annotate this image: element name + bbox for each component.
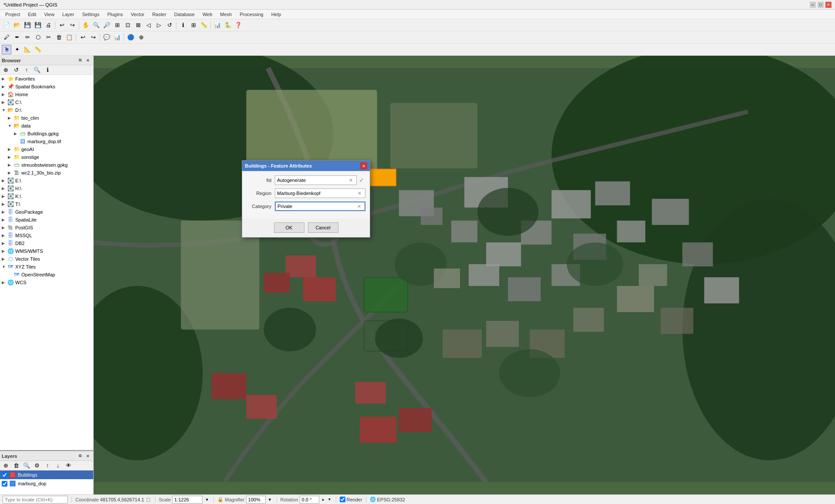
- browser-item-e[interactable]: ▶ 💽 E:\: [0, 177, 93, 185]
- browser-search-btn[interactable]: 🔍: [32, 65, 42, 75]
- help-button[interactable]: ❓: [233, 20, 243, 30]
- field-clear-category[interactable]: ✕: [355, 202, 363, 210]
- browser-item-wcs[interactable]: ▶ 🌐 WCS: [0, 279, 93, 286]
- open-project-button[interactable]: 📂: [12, 20, 22, 30]
- browser-item-favorites[interactable]: ▶ ⭐ Favorites: [0, 75, 93, 83]
- layers-float-button[interactable]: ⧉: [77, 453, 84, 460]
- layers-add-btn[interactable]: ⊕: [1, 461, 10, 470]
- browser-item-xyz-tiles[interactable]: ▼ 🗺 XYZ Tiles: [0, 263, 93, 271]
- browser-item-bio-clim[interactable]: ▶ 📁 bio_clim: [0, 114, 93, 122]
- redo-button[interactable]: ↪: [68, 20, 77, 30]
- print-button[interactable]: 🖨: [44, 20, 53, 30]
- browser-up-btn[interactable]: ↑: [22, 65, 31, 75]
- digitize-btn-5[interactable]: ✂: [44, 33, 53, 42]
- menu-mesh[interactable]: Mesh: [216, 11, 235, 18]
- crs-display[interactable]: 🌐 EPSG:25832: [370, 497, 405, 502]
- zoom-full-button[interactable]: ⊞: [112, 20, 122, 30]
- browser-item-vector-tiles[interactable]: ▶ ⬡ Vector Tiles: [0, 255, 93, 263]
- menu-settings[interactable]: Settings: [78, 11, 103, 18]
- snap2-btn[interactable]: ⊕: [136, 33, 146, 42]
- minimize-button[interactable]: ─: [810, 2, 816, 8]
- stats-btn[interactable]: 📊: [112, 33, 122, 42]
- identify-button[interactable]: ℹ: [178, 20, 188, 30]
- layers-close-button[interactable]: ✕: [85, 453, 91, 460]
- browser-item-home[interactable]: ▶ 🏠 Home: [0, 91, 93, 98]
- menu-web[interactable]: Web: [199, 11, 216, 18]
- field-input-fid[interactable]: Autogenerate ✕: [275, 175, 357, 185]
- browser-item-spatial-bookmarks[interactable]: ▶ 📌 Spatial Bookmarks: [0, 83, 93, 91]
- browser-info-btn[interactable]: ℹ: [43, 65, 52, 75]
- menu-processing[interactable]: Processing: [236, 11, 267, 18]
- map-area[interactable]: Buildings - Feature Attributes ✕ fid Aut…: [94, 56, 835, 494]
- menu-layer[interactable]: Layer: [59, 11, 78, 18]
- render-checkbox[interactable]: [340, 497, 345, 502]
- layer-button[interactable]: 📊: [213, 20, 222, 30]
- digitize-btn-9[interactable]: ↪: [88, 33, 98, 42]
- pan-button[interactable]: ✋: [81, 20, 91, 30]
- browser-item-sonstige[interactable]: ▶ 📁 sonstige: [0, 153, 93, 161]
- digitize-btn-8[interactable]: ↩: [78, 33, 88, 42]
- menu-vector[interactable]: Vector: [127, 11, 148, 18]
- dialog-cancel-button[interactable]: Cancel: [308, 222, 338, 233]
- select3-btn[interactable]: 📐: [23, 45, 32, 54]
- zoom-next-button[interactable]: ▷: [154, 20, 164, 30]
- rotation-up-button[interactable]: ▲: [321, 497, 326, 502]
- select2-btn[interactable]: ✦: [12, 45, 22, 54]
- zoom-prev-button[interactable]: ◁: [144, 20, 153, 30]
- menu-plugins[interactable]: Plugins: [104, 11, 126, 18]
- measure-button[interactable]: 📏: [199, 20, 209, 30]
- undo-button[interactable]: ↩: [57, 20, 67, 30]
- digitize-btn-1[interactable]: 🖊: [2, 33, 11, 42]
- digitize-btn-7[interactable]: 📋: [64, 33, 74, 42]
- browser-item-mssql[interactable]: ▶ 🗄 MSSQL: [0, 232, 93, 239]
- dialog-close-button[interactable]: ✕: [360, 162, 367, 169]
- browser-item-db2[interactable]: ▶ 🗄 DB2: [0, 239, 93, 247]
- browser-item-k[interactable]: ▶ 💽 K:\: [0, 192, 93, 200]
- maximize-button[interactable]: □: [818, 2, 824, 8]
- menu-database[interactable]: Database: [171, 11, 198, 18]
- browser-item-postgis[interactable]: ▶ 🐘 PostGIS: [0, 224, 93, 232]
- layers-down-btn[interactable]: ↓: [53, 461, 63, 470]
- browser-item-d[interactable]: ▼ 📂 D:\: [0, 106, 93, 114]
- layers-remove-btn[interactable]: 🗑: [11, 461, 21, 470]
- zoom-layer-button[interactable]: ⊡: [123, 20, 132, 30]
- browser-item-wc2[interactable]: ▶ 🗜 wc2.1_30s_bio.zip: [0, 169, 93, 177]
- select4-btn[interactable]: 📏: [33, 45, 43, 54]
- digitize-btn-4[interactable]: ⬡: [33, 33, 43, 42]
- refresh-button[interactable]: ↺: [165, 20, 174, 30]
- browser-close-button[interactable]: ✕: [85, 57, 91, 64]
- scale-input[interactable]: [172, 496, 203, 504]
- zoom-out-button[interactable]: 🔎: [102, 20, 112, 30]
- field-clear-fid[interactable]: ✕: [347, 176, 355, 184]
- layer-item-marburg-dop[interactable]: marburg_dop: [0, 479, 93, 488]
- digitize-btn-2[interactable]: ✒: [12, 33, 22, 42]
- coordinate-copy-button[interactable]: 📋: [145, 497, 152, 503]
- browser-item-marburg-dop[interactable]: ▶ 🖼 marburg_dop.tif: [0, 138, 93, 145]
- layers-visibility-btn[interactable]: 👁: [64, 461, 73, 470]
- select-tool-btn[interactable]: 🖱: [2, 45, 11, 54]
- dialog-ok-button[interactable]: OK: [274, 222, 304, 233]
- magnifier-input[interactable]: [246, 496, 266, 504]
- select-button[interactable]: ⊞: [189, 20, 198, 30]
- browser-item-geopackage[interactable]: ▶ 🗄 GeoPackage: [0, 208, 93, 216]
- browser-item-osm[interactable]: ▶ 🗺 OpenStreetMap: [0, 271, 93, 279]
- menu-help[interactable]: Help: [268, 11, 285, 18]
- browser-item-c[interactable]: ▶ 💽 C:\: [0, 98, 93, 106]
- digitize-btn-3[interactable]: ✏: [23, 33, 32, 42]
- field-input-region[interactable]: Marburg-Biedenkopf ✕: [275, 188, 365, 198]
- close-button[interactable]: ✕: [825, 2, 832, 8]
- menu-edit[interactable]: Edit: [24, 11, 40, 18]
- layers-up-btn[interactable]: ↑: [43, 461, 52, 470]
- magnifier-dropdown-button[interactable]: ▼: [267, 496, 273, 504]
- menu-project[interactable]: Project: [2, 11, 24, 18]
- field-clear-region[interactable]: ✕: [355, 189, 363, 197]
- attribute-btn[interactable]: 💬: [102, 33, 112, 42]
- save-as-button[interactable]: 💾: [33, 20, 43, 30]
- snap-btn[interactable]: 🔵: [126, 33, 135, 42]
- browser-item-buildings[interactable]: ▶ 🗃 Buildings.gpkg: [0, 130, 93, 138]
- zoom-in-button[interactable]: 🔍: [91, 20, 101, 30]
- browser-item-spatialite[interactable]: ▶ 🗄 SpatiaLite: [0, 216, 93, 224]
- browser-refresh-btn[interactable]: ↺: [11, 65, 21, 75]
- browser-float-button[interactable]: ⧉: [77, 57, 84, 64]
- new-project-button[interactable]: 📄: [2, 20, 11, 30]
